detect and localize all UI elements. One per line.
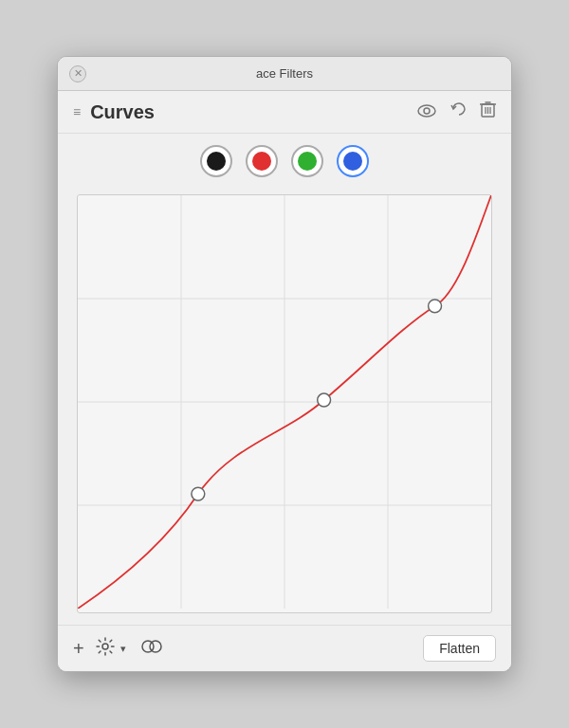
mask-button[interactable] (141, 639, 162, 659)
svg-point-0 (418, 105, 435, 117)
page-title: Curves (90, 101, 417, 123)
titlebar: ✕ ace Filters (58, 57, 511, 91)
visibility-icon[interactable] (417, 102, 436, 122)
settings-button[interactable] (96, 637, 115, 661)
header-row: ≡ Curves (58, 91, 511, 134)
channel-black-dot (207, 152, 226, 171)
channel-black[interactable] (200, 145, 232, 177)
channel-blue-dot (343, 152, 362, 171)
channel-green[interactable] (291, 145, 323, 177)
header-actions (417, 100, 496, 123)
svg-point-16 (150, 641, 161, 652)
undo-icon[interactable] (450, 101, 467, 123)
control-point-2[interactable] (318, 393, 331, 407)
window-title: ace Filters (256, 66, 313, 81)
curve-canvas[interactable] (77, 194, 492, 613)
channel-green-dot (298, 152, 317, 171)
delete-icon[interactable] (480, 100, 496, 123)
settings-dropdown-arrow[interactable]: ▾ (120, 643, 126, 655)
footer-left: + ▾ (73, 637, 423, 661)
channel-red[interactable] (246, 145, 278, 177)
svg-point-1 (424, 108, 430, 114)
svg-point-14 (102, 644, 108, 649)
control-point-3[interactable] (429, 300, 442, 313)
footer: + ▾ Flatten (58, 625, 511, 671)
add-button[interactable]: + (73, 638, 84, 660)
close-button[interactable]: ✕ (69, 65, 86, 82)
channel-blue[interactable] (337, 145, 369, 177)
main-window: ✕ ace Filters ≡ Curves (57, 56, 512, 672)
control-point-1[interactable] (192, 487, 205, 500)
flatten-button[interactable]: Flatten (423, 635, 496, 662)
menu-icon[interactable]: ≡ (73, 104, 81, 119)
channel-row (58, 134, 511, 187)
curve-container (58, 187, 511, 625)
channel-red-dot (252, 152, 271, 171)
curve-svg (78, 195, 491, 609)
